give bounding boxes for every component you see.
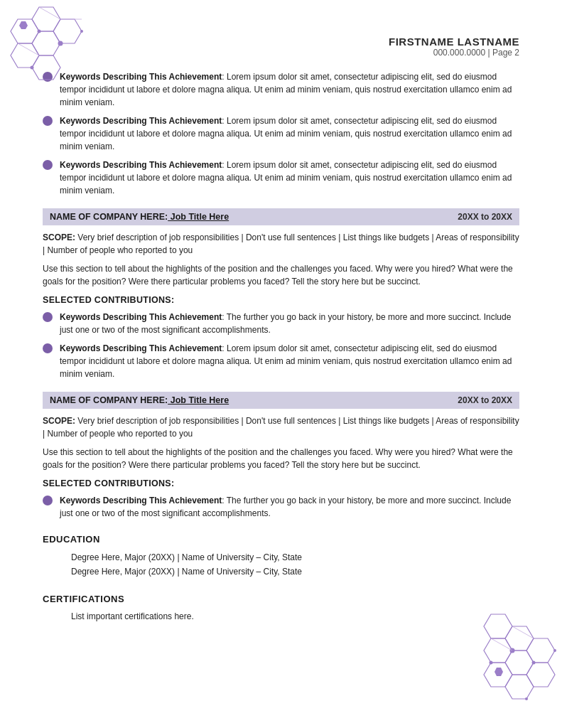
job-title-2: Job Title Here <box>168 395 229 405</box>
svg-marker-18 <box>505 651 534 675</box>
contributions-heading-2: SELECTED CONTRIBUTIONS: <box>43 478 519 488</box>
certifications-heading: CERTIFICATIONS <box>43 594 519 604</box>
bullet-dot <box>43 72 53 82</box>
contributions-bullets-2: Keywords Describing This Achievement: Th… <box>43 494 519 520</box>
bullet-text: Keywords Describing This Achievement: Lo… <box>60 114 519 153</box>
svg-marker-20 <box>505 675 534 699</box>
bullet-keyword: Keywords Describing This Achievement <box>60 116 222 126</box>
education-item-2: Degree Here, Major (20XX) | Name of Univ… <box>71 564 519 579</box>
header: FIRSTNAME LASTNAME 000.000.0000 | Page 2 <box>43 36 519 58</box>
bullet-dot <box>43 343 53 353</box>
svg-point-23 <box>532 661 536 665</box>
bullet-keyword: Keywords Describing This Achievement <box>60 72 222 82</box>
header-contact: 000.000.0000 | Page 2 <box>43 48 519 58</box>
job-title-1: Job Title Here <box>168 212 229 222</box>
bullet-dot <box>43 496 53 505</box>
svg-marker-0 <box>32 7 60 31</box>
svg-point-9 <box>31 66 34 70</box>
scope-label-2: SCOPE: <box>43 416 75 426</box>
company-section-1: NAME OF COMPANY HERE: Job Title Here 20X… <box>43 208 519 380</box>
bullet-text: Keywords Describing This Achievement: Lo… <box>60 342 519 380</box>
bullet-dot <box>43 160 53 170</box>
svg-marker-21 <box>526 663 555 687</box>
bullet-keyword: Keywords Describing This Achievement <box>60 312 222 322</box>
company-label-1: NAME OF COMPANY HERE: <box>50 212 168 222</box>
bullet-item: Keywords Describing This Achievement: Lo… <box>43 70 519 109</box>
scope-content-2: Very brief description of job responsibi… <box>43 416 519 439</box>
education-section: EDUCATION Degree Here, Major (20XX) | Na… <box>43 534 519 579</box>
contribution-item: Keywords Describing This Achievement: Lo… <box>43 342 519 380</box>
bullet-item: Keywords Describing This Achievement: Lo… <box>43 114 519 153</box>
bullet-keyword: Keywords Describing This Achievement <box>60 496 222 505</box>
bullet-keyword: Keywords Describing This Achievement <box>60 160 222 170</box>
education-item-1: Degree Here, Major (20XX) | Name of Univ… <box>71 550 519 564</box>
company-title-1: NAME OF COMPANY HERE: Job Title Here <box>50 212 229 222</box>
header-page: | Page 2 <box>488 48 519 58</box>
scope-content-1: Very brief description of job responsibi… <box>43 232 519 255</box>
certifications-section: CERTIFICATIONS List important certificat… <box>43 594 519 623</box>
svg-point-10 <box>80 30 83 33</box>
body-text-2: Use this section to tell about the highl… <box>43 446 519 471</box>
bullet-dot <box>43 312 53 322</box>
company-dates-2: 20XX to 20XX <box>458 395 512 405</box>
education-heading: EDUCATION <box>43 534 519 545</box>
contributions-heading-1: SELECTED CONTRIBUTIONS: <box>43 295 519 305</box>
contribution-item: Keywords Describing This Achievement: Th… <box>43 311 519 336</box>
contribution-item: Keywords Describing This Achievement: Th… <box>43 494 519 520</box>
top-bullet-section: Keywords Describing This Achievement: Lo… <box>43 70 519 197</box>
certifications-text: List important certifications here. <box>43 610 519 623</box>
bullet-keyword: Keywords Describing This Achievement <box>60 343 222 353</box>
scope-text-1: SCOPE: Very brief description of job res… <box>43 231 519 257</box>
svg-marker-19 <box>484 663 512 687</box>
svg-line-28 <box>512 626 534 638</box>
bullet-text: Keywords Describing This Achievement: Th… <box>60 494 519 520</box>
bullet-dot <box>43 116 53 126</box>
company-dates-1: 20XX to 20XX <box>458 212 512 222</box>
svg-marker-15 <box>505 626 534 651</box>
body-text-1: Use this section to tell about the highl… <box>43 262 519 288</box>
scope-label-1: SCOPE: <box>43 232 75 242</box>
svg-line-29 <box>491 638 512 651</box>
bullet-text: Keywords Describing This Achievement: Lo… <box>60 70 519 109</box>
resume-page: FIRSTNAME LASTNAME 000.000.0000 | Page 2… <box>0 0 562 728</box>
svg-marker-16 <box>526 638 555 663</box>
svg-marker-4 <box>11 43 39 68</box>
svg-point-22 <box>510 648 515 653</box>
bullet-text: Keywords Describing This Achievement: Th… <box>60 311 519 336</box>
header-name: FIRSTNAME LASTNAME <box>43 36 519 48</box>
header-phone: 000.000.0000 <box>433 48 485 58</box>
svg-line-13 <box>18 43 39 55</box>
svg-marker-27 <box>495 668 503 676</box>
svg-marker-6 <box>19 21 28 29</box>
company-header-2: NAME OF COMPANY HERE: Job Title Here 20X… <box>43 392 519 409</box>
company-title-2: NAME OF COMPANY HERE: Job Title Here <box>50 395 229 405</box>
contributions-bullets-1: Keywords Describing This Achievement: Th… <box>43 311 519 380</box>
education-items: Degree Here, Major (20XX) | Name of Univ… <box>43 550 519 579</box>
svg-point-24 <box>490 661 493 665</box>
company-header-1: NAME OF COMPANY HERE: Job Title Here 20X… <box>43 208 519 225</box>
svg-marker-17 <box>484 638 512 663</box>
scope-text-2: SCOPE: Very brief description of job res… <box>43 414 519 440</box>
svg-marker-2 <box>11 19 39 43</box>
company-section-2: NAME OF COMPANY HERE: Job Title Here 20X… <box>43 392 519 520</box>
svg-line-12 <box>39 7 60 19</box>
svg-point-25 <box>525 697 528 700</box>
svg-point-26 <box>553 649 556 652</box>
bullet-text: Keywords Describing This Achievement: Lo… <box>60 159 519 197</box>
bullet-item: Keywords Describing This Achievement: Lo… <box>43 159 519 197</box>
company-label-2: NAME OF COMPANY HERE: <box>50 395 168 405</box>
svg-point-8 <box>38 30 41 33</box>
